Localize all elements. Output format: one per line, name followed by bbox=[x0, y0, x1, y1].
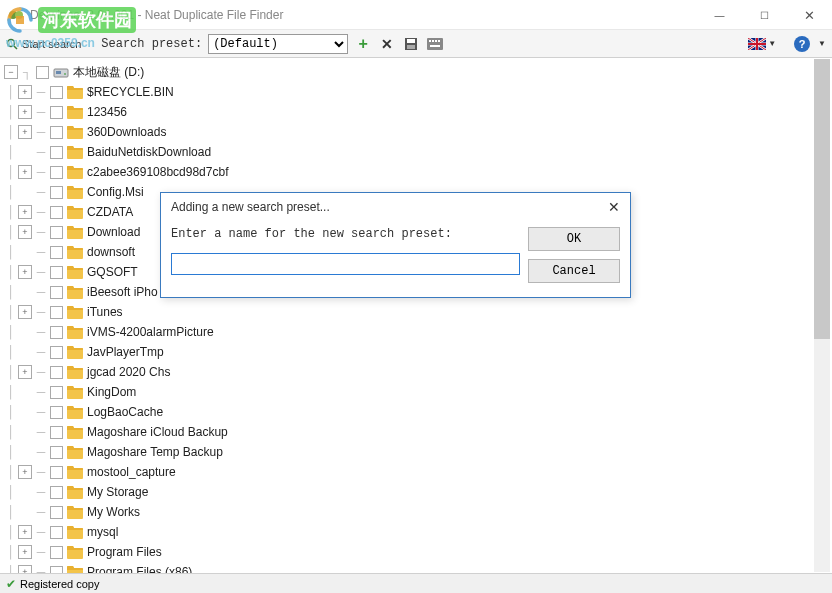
folder-icon bbox=[67, 146, 83, 159]
tree-item[interactable]: │+─360Downloads bbox=[0, 122, 832, 142]
checkbox[interactable] bbox=[50, 466, 63, 479]
expand-icon[interactable] bbox=[18, 425, 32, 439]
expand-icon[interactable] bbox=[18, 285, 32, 299]
expand-icon[interactable]: + bbox=[18, 305, 32, 319]
tree-item[interactable]: │─JavPlayerTmp bbox=[0, 342, 832, 362]
collapse-icon[interactable]: − bbox=[4, 65, 18, 79]
save-button[interactable] bbox=[402, 35, 420, 53]
checkbox[interactable] bbox=[50, 246, 63, 259]
checkbox[interactable] bbox=[50, 386, 63, 399]
checkbox[interactable] bbox=[36, 66, 49, 79]
expand-icon[interactable]: + bbox=[18, 225, 32, 239]
checkbox[interactable] bbox=[50, 346, 63, 359]
checkbox[interactable] bbox=[50, 86, 63, 99]
add-preset-button[interactable]: + bbox=[354, 35, 372, 53]
checkbox[interactable] bbox=[50, 106, 63, 119]
preset-name-input[interactable] bbox=[171, 253, 520, 275]
expand-icon[interactable] bbox=[18, 245, 32, 259]
expand-icon[interactable]: + bbox=[18, 545, 32, 559]
delete-preset-button[interactable]: ✕ bbox=[378, 35, 396, 53]
minimize-button[interactable]: — bbox=[697, 0, 742, 30]
tree-item[interactable]: │+─123456 bbox=[0, 102, 832, 122]
tree-item[interactable]: │+─c2abee369108bcd98d7cbf bbox=[0, 162, 832, 182]
checkbox[interactable] bbox=[50, 186, 63, 199]
svg-rect-10 bbox=[435, 40, 437, 42]
start-search-button[interactable]: Start search bbox=[6, 38, 81, 50]
vertical-scrollbar[interactable] bbox=[814, 59, 830, 572]
checkbox[interactable] bbox=[50, 506, 63, 519]
tree-item-label: Config.Msi bbox=[87, 185, 144, 199]
expand-icon[interactable]: + bbox=[18, 105, 32, 119]
folder-icon bbox=[67, 386, 83, 399]
tree-item[interactable]: │+─iTunes bbox=[0, 302, 832, 322]
tree-root[interactable]: − ┐ 本地磁盘 (D:) bbox=[0, 62, 832, 82]
folder-icon bbox=[67, 206, 83, 219]
keyboard-button[interactable] bbox=[426, 35, 444, 53]
expand-icon[interactable] bbox=[18, 385, 32, 399]
checkbox[interactable] bbox=[50, 326, 63, 339]
expand-icon[interactable]: + bbox=[18, 125, 32, 139]
close-button[interactable]: ✕ bbox=[787, 0, 832, 30]
maximize-button[interactable]: ☐ bbox=[742, 0, 787, 30]
expand-icon[interactable] bbox=[18, 185, 32, 199]
tree-item[interactable]: │─Magoshare iCloud Backup bbox=[0, 422, 832, 442]
tree-item[interactable]: │─Magoshare Temp Backup bbox=[0, 442, 832, 462]
checkbox[interactable] bbox=[50, 546, 63, 559]
tree-item[interactable]: │─LogBaoCache bbox=[0, 402, 832, 422]
checkbox[interactable] bbox=[50, 366, 63, 379]
expand-icon[interactable] bbox=[18, 345, 32, 359]
checkbox[interactable] bbox=[50, 146, 63, 159]
tree-item[interactable]: │─My Works bbox=[0, 502, 832, 522]
tree-item[interactable]: │+─$RECYCLE.BIN bbox=[0, 82, 832, 102]
checkbox[interactable] bbox=[50, 526, 63, 539]
tree-item-label: KingDom bbox=[87, 385, 136, 399]
tree-item-label: jgcad 2020 Chs bbox=[87, 365, 170, 379]
checkbox[interactable] bbox=[50, 426, 63, 439]
language-button[interactable]: ▼ bbox=[748, 38, 776, 50]
expand-icon[interactable] bbox=[18, 505, 32, 519]
tree-item[interactable]: │+─jgcad 2020 Chs bbox=[0, 362, 832, 382]
expand-icon[interactable]: + bbox=[18, 265, 32, 279]
tree-item[interactable]: │+─Program Files bbox=[0, 542, 832, 562]
tree-item[interactable]: │+─mysql bbox=[0, 522, 832, 542]
expand-icon[interactable]: + bbox=[18, 465, 32, 479]
tree-item[interactable]: │─BaiduNetdiskDownload bbox=[0, 142, 832, 162]
checkbox[interactable] bbox=[50, 446, 63, 459]
dialog-close-button[interactable]: ✕ bbox=[608, 199, 620, 215]
expand-icon[interactable]: + bbox=[18, 205, 32, 219]
scrollbar-thumb[interactable] bbox=[814, 59, 830, 339]
expand-icon[interactable]: + bbox=[18, 565, 32, 573]
tree-item[interactable]: │─KingDom bbox=[0, 382, 832, 402]
help-button[interactable]: ? bbox=[794, 36, 810, 52]
expand-icon[interactable]: + bbox=[18, 365, 32, 379]
checkbox[interactable] bbox=[50, 566, 63, 574]
expand-icon[interactable]: + bbox=[18, 85, 32, 99]
expand-icon[interactable]: + bbox=[18, 165, 32, 179]
cancel-button[interactable]: Cancel bbox=[528, 259, 620, 283]
tree-item[interactable]: │─iVMS-4200alarmPicture bbox=[0, 322, 832, 342]
tree-item[interactable]: │+─mostool_capture bbox=[0, 462, 832, 482]
svg-rect-19 bbox=[56, 71, 61, 74]
folder-icon bbox=[67, 406, 83, 419]
checkbox[interactable] bbox=[50, 306, 63, 319]
expand-icon[interactable] bbox=[18, 445, 32, 459]
tree-item[interactable]: │+─Program Files (x86) bbox=[0, 562, 832, 573]
tree-item-label: 360Downloads bbox=[87, 125, 166, 139]
expand-icon[interactable] bbox=[18, 485, 32, 499]
checkbox[interactable] bbox=[50, 406, 63, 419]
checkbox[interactable] bbox=[50, 266, 63, 279]
ok-button[interactable]: OK bbox=[528, 227, 620, 251]
expand-icon[interactable] bbox=[18, 145, 32, 159]
checkbox[interactable] bbox=[50, 486, 63, 499]
checkbox[interactable] bbox=[50, 166, 63, 179]
search-preset-select[interactable]: (Default) bbox=[208, 34, 348, 54]
tree-item[interactable]: │─My Storage bbox=[0, 482, 832, 502]
expand-icon[interactable] bbox=[18, 405, 32, 419]
checkbox[interactable] bbox=[50, 206, 63, 219]
checkbox[interactable] bbox=[50, 286, 63, 299]
expand-icon[interactable] bbox=[18, 325, 32, 339]
checkbox[interactable] bbox=[50, 226, 63, 239]
expand-icon[interactable]: + bbox=[18, 525, 32, 539]
checkbox[interactable] bbox=[50, 126, 63, 139]
tree-item-label: iVMS-4200alarmPicture bbox=[87, 325, 214, 339]
